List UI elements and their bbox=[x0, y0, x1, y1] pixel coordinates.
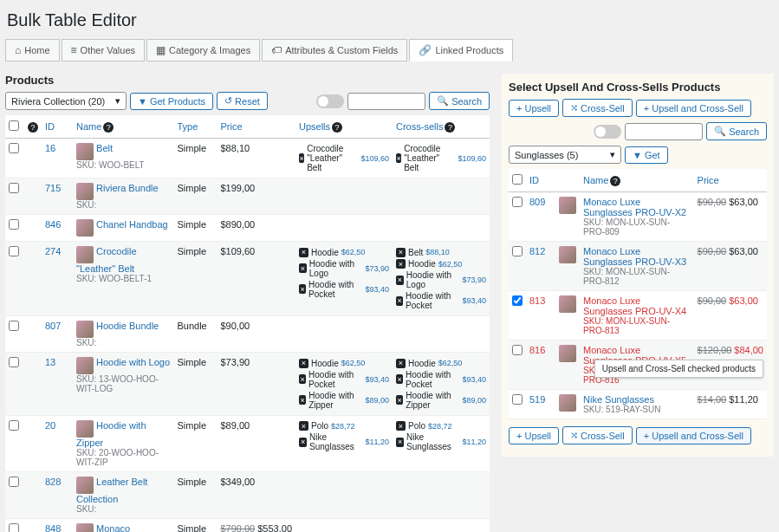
id-link[interactable]: 848 bbox=[45, 523, 61, 533]
search-button-right[interactable]: 🔍Search bbox=[706, 122, 767, 140]
linked-chip[interactable]: ×Hoodie with Pocket $93,40 bbox=[299, 280, 389, 299]
row-checkbox[interactable] bbox=[9, 321, 19, 331]
linked-chip[interactable]: ×Hoodie with Pocket $93,40 bbox=[299, 370, 389, 389]
remove-icon[interactable]: × bbox=[396, 359, 406, 368]
remove-icon[interactable]: × bbox=[396, 259, 406, 269]
col-price[interactable]: Price bbox=[694, 169, 767, 192]
remove-icon[interactable]: × bbox=[396, 248, 406, 257]
id-link[interactable]: 812 bbox=[529, 246, 545, 256]
product-link[interactable]: Monaco Luxe Sunglasses PRO-UV-X3 bbox=[583, 246, 686, 267]
remove-icon[interactable]: × bbox=[396, 153, 401, 163]
get-button[interactable]: ▼Get bbox=[625, 146, 668, 164]
remove-icon[interactable]: × bbox=[396, 296, 403, 306]
linked-chip[interactable]: ×Polo $28,72 bbox=[299, 421, 355, 431]
id-link[interactable]: 846 bbox=[45, 219, 61, 230]
id-link[interactable]: 20 bbox=[45, 420, 55, 431]
linked-chip[interactable]: ×Nike Sunglasses $11,20 bbox=[299, 432, 389, 451]
linked-chip[interactable]: ×Hoodie with Logo $73,90 bbox=[396, 270, 486, 289]
cross-sell-button-bottom[interactable]: ⤭Cross-Sell bbox=[562, 426, 633, 444]
remove-icon[interactable]: × bbox=[299, 153, 304, 163]
row-checkbox[interactable] bbox=[512, 197, 523, 207]
info-icon[interactable]: ? bbox=[103, 122, 114, 133]
row-checkbox[interactable] bbox=[512, 295, 523, 306]
row-checkbox[interactable] bbox=[512, 394, 523, 405]
info-icon[interactable]: ? bbox=[332, 122, 342, 133]
linked-chip[interactable]: ×Polo $28,72 bbox=[396, 421, 452, 431]
tab-home[interactable]: ⌂Home bbox=[5, 39, 60, 62]
product-link[interactable]: Monaco Luxe Sunglasses PRO-UV-X2 bbox=[583, 197, 686, 217]
col-price[interactable]: Price bbox=[217, 115, 295, 139]
toggle-switch[interactable] bbox=[316, 94, 344, 108]
product-link[interactable]: Riviera Bundle bbox=[96, 183, 159, 193]
id-link[interactable]: 16 bbox=[45, 143, 55, 153]
id-link[interactable]: 519 bbox=[529, 394, 545, 405]
linked-chip[interactable]: ×Hoodie $62,50 bbox=[299, 359, 365, 368]
remove-icon[interactable]: × bbox=[396, 421, 406, 431]
both-button-bottom[interactable]: +Upsell and Cross-Sell bbox=[636, 427, 751, 444]
info-icon[interactable]: ? bbox=[445, 122, 455, 133]
remove-icon[interactable]: × bbox=[299, 359, 308, 368]
row-checkbox[interactable] bbox=[9, 183, 19, 193]
row-checkbox[interactable] bbox=[9, 143, 19, 153]
remove-icon[interactable]: × bbox=[396, 395, 403, 405]
linked-chip[interactable]: ×Crocodile "Leather" Belt $109,60 bbox=[396, 144, 486, 172]
linked-chip[interactable]: ×Belt $88,10 bbox=[396, 248, 450, 257]
id-link[interactable]: 809 bbox=[529, 197, 545, 207]
id-link[interactable]: 807 bbox=[45, 321, 61, 331]
col-upsells[interactable]: Upsells? bbox=[295, 115, 393, 139]
id-link[interactable]: 13 bbox=[45, 357, 55, 367]
tab-other-values[interactable]: ≡Other Values bbox=[62, 39, 145, 62]
tab-attributes-custom-fields[interactable]: 🏷Attributes & Custom Fields bbox=[262, 39, 407, 62]
product-link[interactable]: Belt bbox=[96, 143, 113, 153]
linked-chip[interactable]: ×Crocodile "Leather" Belt $109,60 bbox=[299, 144, 389, 172]
info-icon[interactable]: ? bbox=[610, 176, 620, 186]
row-checkbox[interactable] bbox=[9, 357, 19, 367]
remove-icon[interactable]: × bbox=[396, 438, 404, 447]
upsell-button[interactable]: +Upsell bbox=[509, 100, 559, 117]
row-checkbox[interactable] bbox=[9, 523, 19, 533]
category-filter[interactable]: Sunglasses (5)▾ bbox=[509, 146, 621, 164]
remove-icon[interactable]: × bbox=[299, 374, 306, 384]
get-products-button[interactable]: ▼Get Products bbox=[130, 93, 213, 110]
linked-chip[interactable]: ×Hoodie $62,50 bbox=[396, 359, 462, 368]
remove-icon[interactable]: × bbox=[299, 248, 308, 257]
info-icon[interactable]: ? bbox=[28, 122, 38, 133]
upsell-button-bottom[interactable]: +Upsell bbox=[509, 427, 559, 444]
toggle-switch[interactable] bbox=[594, 125, 621, 139]
col-cross[interactable]: Cross-sells? bbox=[393, 115, 490, 139]
linked-chip[interactable]: ×Hoodie $62,50 bbox=[299, 248, 365, 257]
product-link[interactable]: Monaco Luxe Sunglasses PRO-UV-X4 bbox=[583, 295, 686, 316]
remove-icon[interactable]: × bbox=[299, 395, 306, 405]
row-checkbox[interactable] bbox=[9, 219, 19, 230]
search-input[interactable] bbox=[347, 93, 425, 110]
product-link[interactable]: Hoodie with Logo bbox=[96, 357, 170, 367]
product-link[interactable]: Hoodie Bundle bbox=[96, 321, 159, 331]
linked-chip[interactable]: ×Hoodie $62,50 bbox=[396, 259, 462, 269]
id-link[interactable]: 816 bbox=[529, 345, 545, 355]
tab-linked-products[interactable]: 🔗Linked Products bbox=[409, 39, 513, 62]
product-link[interactable]: Nike Sunglasses bbox=[583, 394, 654, 405]
row-checkbox[interactable] bbox=[9, 420, 19, 431]
id-link[interactable]: 715 bbox=[45, 183, 61, 193]
remove-icon[interactable]: × bbox=[299, 263, 307, 273]
row-checkbox[interactable] bbox=[9, 477, 19, 487]
id-link[interactable]: 813 bbox=[529, 295, 545, 306]
collection-filter[interactable]: Riviera Collection (20)▾ bbox=[5, 92, 127, 110]
search-input-right[interactable] bbox=[625, 123, 703, 140]
row-checkbox[interactable] bbox=[512, 246, 523, 256]
reset-button[interactable]: ↺Reset bbox=[217, 92, 268, 110]
select-all-checkbox[interactable] bbox=[9, 120, 19, 131]
col-name[interactable]: Name? bbox=[73, 115, 173, 139]
row-checkbox[interactable] bbox=[9, 246, 19, 256]
linked-chip[interactable]: ×Hoodie with Pocket $93,40 bbox=[396, 370, 486, 389]
select-all-checkbox[interactable] bbox=[512, 174, 523, 185]
id-link[interactable]: 828 bbox=[45, 477, 61, 487]
col-name[interactable]: Name? bbox=[580, 169, 694, 192]
search-button[interactable]: 🔍Search bbox=[429, 92, 490, 110]
tab-category-images[interactable]: ▦Category & Images bbox=[146, 39, 260, 62]
col-type[interactable]: Type bbox=[173, 115, 217, 139]
cross-sell-button[interactable]: ⤭Cross-Sell bbox=[562, 99, 633, 117]
linked-chip[interactable]: ×Hoodie with Zipper $89,00 bbox=[396, 391, 486, 410]
remove-icon[interactable]: × bbox=[299, 438, 307, 447]
col-id[interactable]: ID bbox=[526, 169, 555, 192]
